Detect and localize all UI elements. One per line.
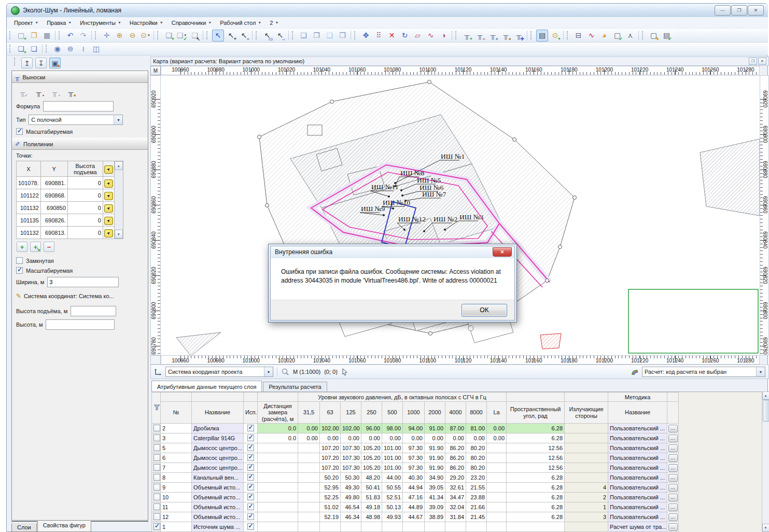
open-project-button[interactable]: ❐ (28, 30, 40, 41)
cell-f4000[interactable] (445, 522, 466, 532)
point-cell[interactable]: 101135 (17, 214, 41, 227)
cell-angle[interactable]: 6.28 (507, 483, 565, 493)
cell-angle[interactable]: 6.28 (507, 512, 565, 522)
cell-f4000[interactable]: 34.47 (445, 493, 466, 502)
ok-button[interactable]: OK (462, 304, 507, 317)
cell-f125[interactable]: 107.30 (341, 453, 361, 463)
cell-f4000[interactable]: 31.84 (445, 512, 466, 522)
cell-angle[interactable]: 12.56 (507, 453, 565, 463)
toolbar-drag-handle[interactable] (642, 31, 646, 39)
cell-f2000[interactable]: 91.90 (425, 453, 445, 463)
cell-f500[interactable]: 0.00 (382, 433, 403, 443)
check-doc-button[interactable]: ▤✓ (661, 30, 673, 41)
method-ellipsis-button[interactable]: … (668, 435, 678, 442)
callout-hide-button[interactable]: ╥● (487, 30, 499, 41)
cell-f1000[interactable] (403, 522, 425, 532)
cell-f63[interactable]: 52.95 (320, 483, 341, 493)
cell-dist[interactable] (258, 502, 298, 512)
select-remove-button[interactable]: ↖− (238, 30, 250, 41)
cell-angle[interactable]: 6.28 (507, 502, 565, 512)
calculation-select[interactable]: Расчет: код расчета не выбран ▼ (642, 367, 765, 377)
callout-type-select[interactable]: С полочкой ▼ (29, 115, 123, 125)
cell-f4000[interactable]: 86.20 (445, 453, 466, 463)
cell-dist[interactable] (258, 443, 298, 453)
tab-layers[interactable]: Слои (11, 523, 37, 532)
cell-name[interactable]: Дробилка (192, 424, 244, 433)
cell-f63[interactable]: 0.00 (320, 433, 341, 443)
hardhat-calc-button[interactable]: ◕ (598, 30, 610, 41)
apply-shape-button[interactable]: ❑✓▼ (176, 30, 188, 41)
delete-shape-button[interactable]: ✕ (386, 30, 398, 41)
cell-f125[interactable]: 107.30 (341, 443, 361, 453)
edit-polyline-button[interactable]: ∿ (425, 30, 437, 41)
cell-f315[interactable] (298, 473, 320, 483)
cell-la[interactable] (487, 453, 507, 463)
cell-la[interactable] (487, 473, 507, 483)
map-float-button[interactable]: ❐ (749, 58, 757, 65)
source-label[interactable]: ИШ №1 (441, 152, 465, 160)
cell-sides[interactable] (565, 473, 608, 483)
column-header-f125[interactable]: 125 (341, 402, 361, 424)
use-checkbox[interactable] (247, 425, 254, 431)
menu-item-1[interactable]: Проект▼ (11, 19, 41, 27)
cell-f500[interactable]: 50.55 (382, 483, 403, 493)
point-edit-cell[interactable]: ➤ (103, 214, 114, 227)
cell-method[interactable]: Расчет шума от тра... (608, 522, 667, 532)
tab-attribute-data[interactable]: Атрибутивные данные текущего слоя (151, 381, 262, 391)
method-ellipsis-button[interactable]: … (668, 503, 678, 511)
method-ellipsis-button[interactable]: … (668, 425, 678, 432)
cell-num[interactable]: 8 (161, 473, 192, 483)
cell-f2000[interactable]: 39.05 (425, 483, 445, 493)
cell-f1000[interactable]: 97.30 (403, 463, 425, 473)
cell-method[interactable]: Пользовательский ... (608, 453, 667, 463)
menu-item-4[interactable]: Настройки▼ (127, 19, 166, 27)
point-edit-cell[interactable]: ➤ (103, 177, 114, 189)
use-checkbox[interactable] (247, 494, 254, 500)
cell-dist[interactable] (258, 483, 298, 493)
callout-style-first-button[interactable]: ╥✓ (17, 86, 29, 98)
method-ellipsis-button[interactable]: … (668, 444, 678, 452)
cell-f8000[interactable]: 80.20 (466, 453, 487, 463)
column-header-method[interactable]: Название (608, 402, 667, 424)
row-select-checkbox[interactable] (153, 474, 160, 481)
cell-f315[interactable] (298, 443, 320, 453)
cell-f2000[interactable]: 0.00 (425, 433, 445, 443)
cell-f63[interactable]: 102.00 (320, 424, 341, 433)
filter-header-cell[interactable] (152, 393, 161, 424)
scroll-up-icon[interactable]: ▲ (115, 161, 123, 170)
use-checkbox[interactable] (247, 513, 254, 520)
cell-f4000[interactable]: 86.20 (445, 443, 466, 453)
scroll-thumb[interactable] (763, 400, 769, 422)
cut-shapes-button[interactable]: ❑ (324, 30, 335, 41)
source-label[interactable]: ИШ №2 (434, 215, 457, 223)
cell-num[interactable]: 11 (161, 502, 192, 512)
cell-f125[interactable]: 50.30 (341, 473, 361, 483)
cell-f500[interactable]: 44.00 (382, 473, 403, 483)
row-select-checkbox[interactable] (153, 513, 160, 520)
method-ellipsis-button[interactable]: … (668, 513, 678, 521)
cell-name[interactable]: Объемный исто... (192, 512, 244, 522)
point-cell[interactable]: 0 (67, 214, 103, 227)
cell-f1000[interactable]: 44.89 (403, 502, 425, 512)
method-ellipsis-button[interactable]: … (668, 474, 678, 482)
cell-f8000[interactable]: 21.66 (466, 502, 487, 512)
cell-dist[interactable] (258, 493, 298, 502)
column-header-f4000[interactable]: 4000 (445, 402, 466, 424)
cell-la[interactable] (487, 443, 507, 453)
save-project-button[interactable]: ▦ (41, 30, 53, 41)
dialog-close-button[interactable]: ✕ (493, 247, 512, 257)
zoom-options-button[interactable]: ⊙▼ (139, 30, 151, 41)
cell-f315[interactable]: 0.00 (298, 424, 320, 433)
cell-f4000[interactable]: 0.00 (445, 433, 466, 443)
cell-name[interactable]: Дымосос центро... (192, 443, 244, 453)
point-source-button[interactable]: ◉ (51, 43, 63, 55)
cell-sides[interactable] (565, 424, 608, 433)
paste-shapes-button[interactable]: ❐ (311, 30, 323, 41)
coordinate-system-select[interactable]: Система координат проекта ▼ (165, 367, 273, 377)
rotate-shape-button[interactable]: ↻ (399, 30, 411, 41)
cell-f8000[interactable]: 21.55 (466, 483, 487, 493)
callout-style-delete-button[interactable]: ╥▪ (33, 86, 45, 98)
dialog-title-bar[interactable]: Внутренняя ошибка ✕ (271, 246, 514, 258)
cell-name[interactable]: Дымосос центро... (192, 463, 244, 473)
row-select-checkbox[interactable] (153, 425, 160, 431)
